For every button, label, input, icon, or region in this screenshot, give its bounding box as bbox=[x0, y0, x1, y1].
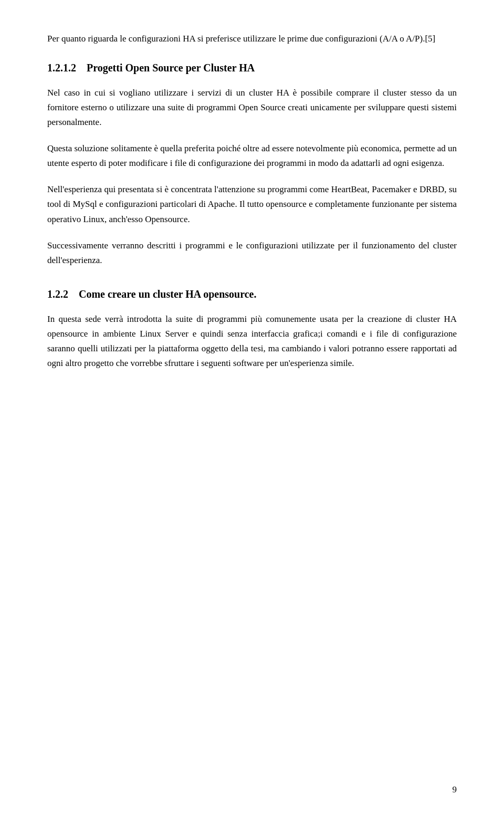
section-2-paragraph-1: In questa sede verrà introdotta la suite… bbox=[47, 312, 457, 371]
section-2-title: Come creare un cluster HA opensource. bbox=[79, 288, 256, 300]
section-1-title: Progetti Open Source per Cluster HA bbox=[87, 62, 255, 74]
page: Per quanto riguarda le configurazioni HA… bbox=[0, 0, 504, 816]
section-1-paragraph-1: Nel caso in cui si vogliano utilizzare i… bbox=[47, 86, 457, 130]
section-1-paragraph-2: Questa soluzione solitamente è quella pr… bbox=[47, 141, 457, 171]
section-1-number: 1.2.1.2 bbox=[47, 62, 76, 74]
section-2-heading: 1.2.2 Come creare un cluster HA opensour… bbox=[47, 287, 457, 301]
section-1-paragraph-3: Nell'esperienza qui presentata si è conc… bbox=[47, 182, 457, 226]
intro-paragraph: Per quanto riguarda le configurazioni HA… bbox=[47, 32, 457, 46]
section-1-paragraph-4: Successivamente verranno descritti i pro… bbox=[47, 238, 457, 268]
page-number: 9 bbox=[453, 784, 457, 795]
section-1-heading: 1.2.1.2 Progetti Open Source per Cluster… bbox=[47, 60, 457, 75]
section-2-number: 1.2.2 bbox=[47, 288, 68, 300]
